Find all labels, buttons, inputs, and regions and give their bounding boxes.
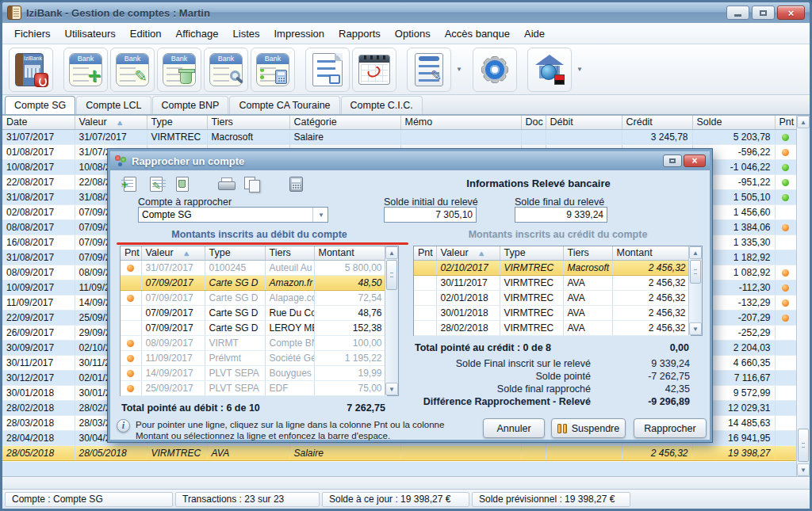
delete-line-button[interactable] — [172, 174, 193, 193]
col-header-pnt[interactable]: Pnt — [414, 246, 436, 260]
print-button[interactable] — [216, 174, 236, 193]
reconcile-row[interactable]: 07/09/2017 Carte SG D Alapage.cc 72,54 — [121, 290, 386, 305]
col-header-debit[interactable]: Débit — [546, 116, 622, 129]
account-tab[interactable]: Compte SG — [5, 96, 75, 114]
reconcile-row[interactable]: 02/10/2017 VIRMTREC Macrosoft 2 456,32 — [414, 260, 690, 275]
summary-value: 9 339,24 — [591, 357, 690, 370]
scheduler-button[interactable] — [352, 48, 396, 92]
account-select[interactable]: Compte SG ▼ — [138, 207, 328, 223]
dialog-title-bar: Rapprocher un compte × — [110, 151, 710, 170]
col-header-date[interactable]: Date — [2, 116, 75, 129]
scroll-down-button[interactable]: ▼ — [689, 322, 702, 335]
scrollbar-thumb[interactable] — [798, 429, 809, 462]
memo-dropdown-arrow[interactable]: ▼ — [454, 66, 465, 73]
close-button[interactable]: × — [777, 6, 805, 20]
reconcile-row[interactable]: 30/01/2018 VIRMTREC AVA 2 456,32 — [414, 305, 690, 320]
account-tab[interactable]: Compte C.I.C. — [341, 96, 423, 114]
account-reconcile-button[interactable]: Bank — [251, 48, 295, 92]
reconcile-row[interactable]: 02/01/2018 VIRMTREC AVA 2 456,32 — [414, 290, 690, 305]
reconcile-row[interactable]: 30/11/2017 VIRMTREC AVA 2 456,32 — [414, 275, 690, 290]
account-tab[interactable]: Compte LCL — [76, 96, 151, 114]
pointing-dot — [782, 299, 789, 307]
col-header-tiers[interactable]: Tiers — [207, 116, 289, 129]
menu-item[interactable]: Aide — [517, 25, 552, 43]
menu-item[interactable]: Edition — [123, 25, 169, 43]
edit-doc-icon: ✎ — [150, 177, 163, 192]
col-header-doc[interactable]: Doc — [521, 116, 546, 129]
cancel-button[interactable]: Annuler — [483, 418, 545, 438]
edit-line-button[interactable]: ✎ — [146, 174, 167, 193]
reconcile-row[interactable]: 28/02/2018 VIRMTREC AVA 2 456,32 — [414, 320, 690, 335]
add-line-button[interactable]: + — [120, 174, 140, 193]
col-header-credit[interactable]: Crédit — [622, 116, 692, 129]
scroll-up-button[interactable]: ▲ — [689, 246, 702, 259]
account-tab[interactable]: Compte CA Touraine — [229, 96, 339, 114]
online-banking-dropdown-arrow[interactable]: ▼ — [574, 66, 585, 73]
chevron-down-icon[interactable]: ▼ — [312, 208, 324, 222]
menu-item[interactable]: Utilisateurs — [58, 25, 123, 43]
col-header-memo[interactable]: Mémo — [400, 116, 521, 129]
scroll-up-button[interactable]: ▲ — [797, 116, 810, 128]
account-new-button[interactable]: Bank + — [63, 48, 108, 92]
copy-button[interactable] — [242, 174, 262, 193]
status-transactions: Transactions : 23 sur 23 — [175, 492, 320, 507]
reconcile-row[interactable]: 25/09/2017 PLVT SEPA EDF 75,00 — [121, 380, 386, 395]
dialog-restore-button[interactable] — [663, 154, 682, 167]
reconcile-button[interactable]: Rapprocher — [634, 418, 707, 438]
minimize-button[interactable] — [726, 6, 749, 20]
memo-button[interactable]: ✎ — [407, 48, 451, 92]
suspend-button[interactable]: Suspendre — [551, 418, 626, 438]
scrollbar-thumb[interactable] — [690, 260, 701, 284]
reconcile-row[interactable]: 14/09/2017 PLVT SEPA Bouygues 19,99 — [121, 365, 386, 380]
vertical-scrollbar[interactable]: ▲ ▼ — [796, 116, 810, 476]
reconcile-row[interactable]: 07/09/2017 Carte SG D Amazon.fr 48,50 — [121, 275, 386, 290]
scroll-up-button[interactable]: ▲ — [385, 246, 398, 259]
col-header-pnt[interactable]: Pnt — [775, 116, 796, 129]
reconcile-row[interactable]: 11/09/2017 Prélvmt Société Gé 1 195,22 — [121, 350, 386, 365]
menu-item[interactable]: Options — [388, 25, 438, 43]
final-balance-field[interactable] — [515, 207, 607, 223]
reconcile-row[interactable]: 07/09/2017 Carte SG D LEROY MER 152,38 — [121, 320, 386, 335]
settings-button[interactable] — [473, 48, 517, 92]
account-edit-button[interactable]: Bank ✎ — [110, 48, 155, 92]
col-header-montant[interactable]: Montant — [612, 246, 690, 260]
col-header-type[interactable]: Type — [500, 246, 563, 260]
scrollbar-thumb[interactable] — [386, 260, 397, 290]
transaction-row[interactable]: 28/05/2018 28/05/2018 VIRMTREC AVA Salai… — [2, 445, 796, 460]
scroll-down-button[interactable]: ▼ — [797, 463, 810, 476]
col-header-tiers[interactable]: Tiers — [265, 246, 314, 260]
menu-item[interactable]: Affichage — [169, 25, 226, 43]
reconcile-row[interactable]: 07/09/2017 Carte SG D Rue Du Com 48,76 — [121, 305, 386, 320]
horizontal-scroll-strip[interactable] — [2, 476, 810, 489]
col-header-pnt[interactable]: Pnt — [121, 246, 141, 260]
account-search-button[interactable]: Bank — [204, 48, 248, 92]
calculator-button[interactable] — [285, 174, 306, 193]
credit-scrollbar[interactable]: ▲ ▼ — [688, 246, 702, 335]
dialog-close-button[interactable]: × — [684, 154, 706, 167]
transactions-list-button[interactable] — [305, 48, 350, 92]
col-header-categorie[interactable]: Catégorie — [289, 116, 400, 129]
online-banking-button[interactable] — [527, 48, 572, 92]
account-tab[interactable]: Compte BNP — [152, 96, 229, 114]
col-header-type[interactable]: Type — [205, 246, 265, 260]
account-delete-button[interactable]: Bank — [157, 48, 201, 92]
initial-balance-field[interactable] — [384, 207, 477, 223]
transaction-row[interactable]: 31/07/2017 31/07/2017 VIRMTREC Macrosoft… — [2, 129, 796, 144]
reconcile-row[interactable]: 08/09/2017 VIRMT Compte BN 100,00 — [121, 335, 386, 350]
col-header-montant[interactable]: Montant — [314, 246, 386, 260]
izibank-quit-button[interactable]: IziBank — [9, 48, 53, 92]
col-header-valeur[interactable]: Valeur▲ — [436, 246, 500, 260]
menu-item[interactable]: Fichiers — [7, 25, 58, 43]
menu-item[interactable]: Listes — [226, 25, 267, 43]
col-header-type[interactable]: Type — [147, 116, 207, 129]
col-header-solde[interactable]: Solde — [692, 116, 775, 129]
reconcile-row[interactable]: 31/07/2017 0100245 Auteuil Au 5 800,00 — [121, 260, 386, 275]
menu-item[interactable]: Rapports — [331, 25, 388, 43]
menu-item[interactable]: Impression — [267, 25, 332, 43]
col-header-tiers[interactable]: Tiers — [563, 246, 612, 260]
restore-button[interactable] — [752, 6, 775, 20]
col-header-valeur[interactable]: Valeur▲ — [141, 246, 205, 260]
menu-item[interactable]: Accès banque — [438, 25, 517, 43]
col-header-valeur[interactable]: Valeur▲ — [75, 116, 147, 129]
debit-grid: Pnt Valeur▲ Type Tiers Montant 31/07/201… — [120, 246, 399, 396]
